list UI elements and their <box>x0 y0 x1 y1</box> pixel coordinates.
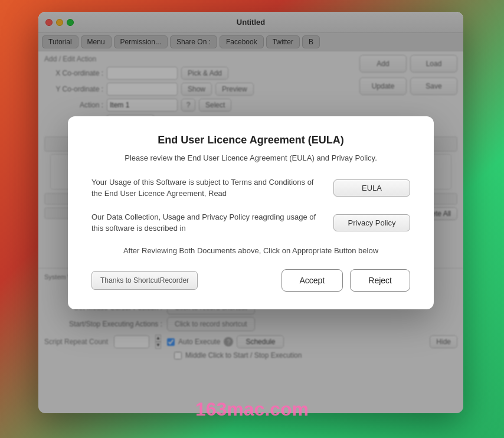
eula-link-button[interactable]: EULA <box>333 179 410 197</box>
modal-overlay: End User Licence Agreement (EULA) Please… <box>38 12 463 413</box>
eula-section: Your Usage of this Software is subject t… <box>91 176 410 200</box>
privacy-section: Our Data Collection, Usage and Privacy P… <box>91 211 410 234</box>
modal-subtitle: Please review the End User Licence Agree… <box>91 153 410 162</box>
main-window: Untitled Tutorial Menu Permission... Sha… <box>38 12 463 413</box>
review-text: After Reviewing Both Documents above, Cl… <box>91 246 410 255</box>
accept-button[interactable]: Accept <box>282 269 343 292</box>
privacy-link-button[interactable]: Privacy Policy <box>333 214 410 231</box>
reject-button[interactable]: Reject <box>350 269 410 292</box>
eula-modal: End User Licence Agreement (EULA) Please… <box>68 116 434 309</box>
modal-actions: Accept Reject <box>282 269 411 292</box>
thanks-button[interactable]: Thanks to ShortcutRecorder <box>91 271 198 290</box>
modal-footer: Thanks to ShortcutRecorder Accept Reject <box>91 269 410 292</box>
modal-title: End User Licence Agreement (EULA) <box>91 134 410 146</box>
eula-text: Your Usage of this Software is subject t… <box>91 176 322 200</box>
privacy-text: Our Data Collection, Usage and Privacy P… <box>91 211 322 234</box>
